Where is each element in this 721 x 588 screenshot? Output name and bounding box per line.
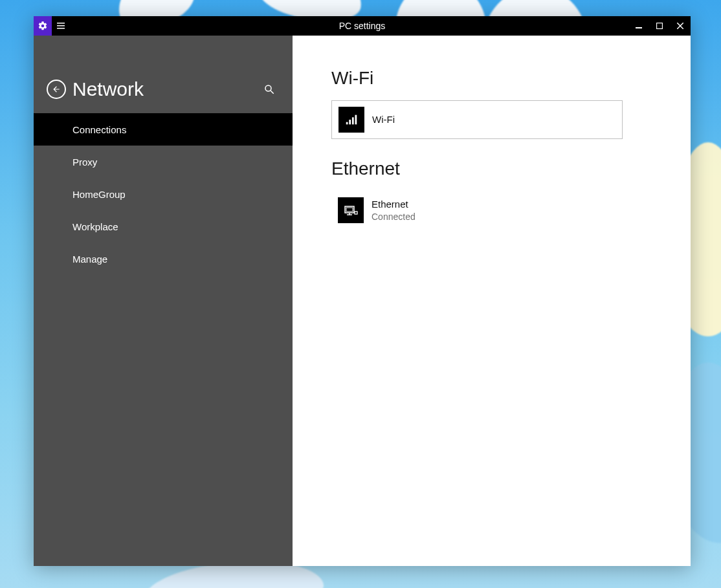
ethernet-heading: Ethernet <box>331 158 652 179</box>
ethernet-icon <box>338 197 364 223</box>
svg-rect-14 <box>346 208 353 212</box>
sidebar: Network Connections Proxy <box>34 36 293 566</box>
svg-line-8 <box>271 91 274 94</box>
svg-rect-10 <box>349 120 351 124</box>
minimize-icon <box>636 23 642 29</box>
wifi-connection-text: Wi-Fi <box>372 113 395 126</box>
sidebar-item-label: HomeGroup <box>72 189 126 200</box>
svg-rect-1 <box>57 25 65 27</box>
sidebar-nav: Connections Proxy HomeGroup Workplace Ma… <box>34 113 293 275</box>
pc-settings-window: PC settings <box>34 16 691 566</box>
titlebar: PC settings <box>34 16 691 36</box>
search-button[interactable] <box>259 79 280 100</box>
sidebar-item-label: Manage <box>72 254 107 265</box>
content-area: Wi-Fi Wi-Fi Ethernet <box>293 36 691 566</box>
svg-rect-17 <box>355 212 357 214</box>
back-button[interactable] <box>47 80 66 99</box>
gear-icon <box>38 21 48 31</box>
back-arrow-icon <box>52 85 61 94</box>
svg-rect-12 <box>355 115 357 125</box>
svg-rect-0 <box>57 23 65 24</box>
sidebar-item-label: Proxy <box>72 157 97 168</box>
wifi-connection-item[interactable]: Wi-Fi <box>331 100 623 139</box>
ethernet-connection-name: Ethernet <box>372 198 416 211</box>
sidebar-item-homegroup[interactable]: HomeGroup <box>34 178 293 210</box>
close-button[interactable] <box>670 16 691 36</box>
sidebar-item-manage[interactable]: Manage <box>34 243 293 275</box>
svg-rect-11 <box>352 117 354 124</box>
sidebar-header: Network <box>34 36 293 113</box>
svg-rect-3 <box>636 27 642 28</box>
body-area: Network Connections Proxy <box>34 36 691 566</box>
sidebar-item-label: Connections <box>72 124 126 135</box>
search-icon <box>263 83 275 95</box>
ethernet-connection-status: Connected <box>372 211 416 223</box>
app-icon <box>34 16 52 36</box>
svg-rect-4 <box>657 23 663 29</box>
hamburger-icon <box>57 23 65 29</box>
sidebar-item-connections[interactable]: Connections <box>34 113 293 146</box>
sidebar-item-proxy[interactable]: Proxy <box>34 146 293 178</box>
close-icon <box>677 23 683 29</box>
window-title: PC settings <box>34 21 691 31</box>
maximize-icon <box>656 23 663 29</box>
sidebar-item-workplace[interactable]: Workplace <box>34 210 293 243</box>
sidebar-title: Network <box>72 78 144 100</box>
window-controls <box>628 16 691 36</box>
svg-rect-2 <box>57 28 65 29</box>
ethernet-connection-item[interactable]: Ethernet Connected <box>331 191 623 230</box>
svg-point-7 <box>265 85 271 91</box>
menu-button[interactable] <box>52 16 70 36</box>
svg-rect-9 <box>346 122 348 125</box>
sidebar-item-label: Workplace <box>72 221 118 232</box>
wifi-signal-icon <box>338 107 364 133</box>
maximize-button[interactable] <box>649 16 670 36</box>
wifi-connection-name: Wi-Fi <box>372 113 395 126</box>
minimize-button[interactable] <box>628 16 649 36</box>
ethernet-connection-text: Ethernet Connected <box>372 198 416 223</box>
wifi-heading: Wi-Fi <box>331 68 652 89</box>
